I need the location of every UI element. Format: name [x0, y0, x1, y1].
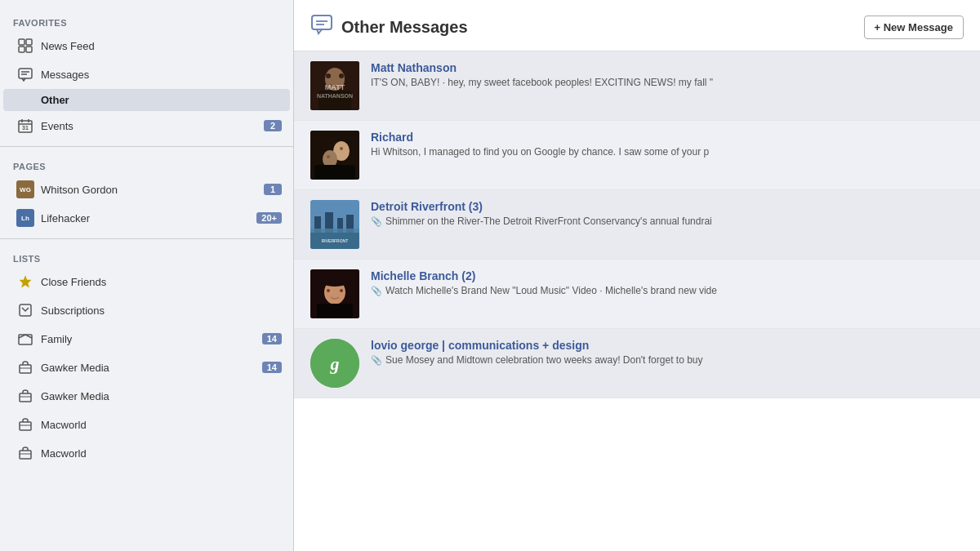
briefcase-icon-4 — [16, 444, 34, 462]
news-feed-label: News Feed — [41, 40, 282, 52]
family-label: Family — [41, 333, 262, 345]
sidebar-item-whitson-gordon[interactable]: WG Whitson Gordon 1 — [3, 176, 290, 203]
svg-text:MATT: MATT — [325, 83, 345, 91]
lifehacker-badge: 20+ — [256, 212, 282, 224]
sidebar-item-messages[interactable]: Messages — [3, 60, 290, 88]
sidebar-item-news-feed[interactable]: News Feed — [3, 32, 290, 60]
sidebar-item-subscriptions[interactable]: Subscriptions — [3, 296, 290, 324]
svg-rect-46 — [310, 229, 359, 233]
svg-rect-4 — [19, 69, 32, 78]
richard-avatar — [310, 131, 359, 180]
briefcase-icon-2 — [16, 387, 34, 405]
other-messages-icon — [310, 13, 333, 41]
svg-rect-14 — [19, 335, 32, 344]
michelle-branch-preview: 📎 Watch Michelle's Brand New "Loud Music… — [371, 285, 964, 296]
svg-rect-23 — [312, 16, 332, 29]
divider-1 — [0, 146, 293, 147]
lifehacker-avatar: Lh — [16, 209, 34, 227]
subscriptions-icon — [16, 301, 34, 319]
matt-nathanson-name: Matt Nathanson — [371, 61, 964, 74]
svg-rect-21 — [20, 451, 31, 459]
events-badge: 2 — [264, 120, 282, 131]
svg-text:g: g — [330, 353, 340, 374]
whitson-gordon-avatar: WG — [16, 180, 34, 198]
events-icon: 31 — [16, 117, 34, 135]
gawker-1-label: Gawker Media — [41, 362, 262, 374]
lovio-george-content: lovio george | communications + design 📎… — [371, 339, 964, 366]
svg-rect-19 — [20, 422, 31, 430]
matt-nathanson-avatar: MATT NATHANSON — [310, 61, 359, 110]
svg-marker-12 — [20, 276, 31, 287]
section-header-pages: PAGES — [0, 153, 293, 175]
michelle-branch-avatar — [310, 269, 359, 318]
sidebar-item-family[interactable]: Family 14 — [3, 325, 290, 353]
richard-name: Richard — [371, 131, 964, 144]
main-content: Other Messages + New Message MATT NATHAN… — [294, 0, 980, 551]
page-title: Other Messages — [341, 18, 468, 37]
matt-nathanson-preview: IT'S ON, BABY! · hey, my sweet facebook … — [371, 77, 964, 88]
subscriptions-label: Subscriptions — [41, 304, 282, 317]
svg-rect-2 — [26, 39, 32, 45]
lovio-george-name: lovio george | communications + design — [371, 339, 964, 352]
svg-rect-15 — [20, 365, 31, 373]
events-label: Events — [41, 120, 264, 132]
message-item-lovio-george[interactable]: g lovio george | communications + design… — [294, 329, 980, 398]
star-icon — [16, 273, 34, 291]
new-message-button[interactable]: + New Message — [864, 16, 964, 39]
detroit-riverfront-name: Detroit Riverfront (3) — [371, 200, 964, 213]
detroit-riverfront-preview: 📎 Shimmer on the River-The Detroit River… — [371, 216, 964, 227]
family-badge: 14 — [262, 333, 282, 344]
message-item-matt-nathanson[interactable]: MATT NATHANSON Matt Nathanson IT'S ON, B… — [294, 51, 980, 121]
svg-rect-1 — [19, 47, 24, 52]
sidebar-item-gawker-1[interactable]: Gawker Media 14 — [3, 353, 290, 381]
title-area: Other Messages — [310, 13, 468, 41]
messages-icon — [16, 65, 34, 83]
michelle-branch-content: Michelle Branch (2) 📎 Watch Michelle's B… — [371, 269, 964, 296]
sidebar-item-macworld-2[interactable]: Macworld — [3, 439, 290, 467]
sidebar: FAVORITES News Feed Messages Other — [0, 0, 294, 551]
macworld-2-label: Macworld — [41, 447, 282, 460]
sidebar-item-other[interactable]: Other — [3, 89, 290, 111]
attachment-icon-2: 📎 — [371, 286, 382, 296]
svg-point-52 — [315, 272, 354, 283]
message-item-richard[interactable]: Richard Hi Whitson, I managed to find yo… — [294, 121, 980, 190]
section-header-favorites: FAVORITES — [0, 10, 293, 31]
sidebar-item-macworld-1[interactable]: Macworld — [3, 411, 290, 438]
divider-2 — [0, 238, 293, 239]
macworld-1-label: Macworld — [41, 419, 282, 431]
whitson-gordon-badge: 1 — [264, 184, 282, 195]
matt-nathanson-content: Matt Nathanson IT'S ON, BABY! · hey, my … — [371, 61, 964, 88]
family-icon — [16, 330, 34, 348]
lifehacker-label: Lifehacker — [41, 212, 256, 224]
whitson-gordon-label: Whitson Gordon — [41, 184, 264, 196]
sidebar-item-close-friends[interactable]: Close Friends — [3, 268, 290, 295]
message-item-michelle-branch[interactable]: Michelle Branch (2) 📎 Watch Michelle's B… — [294, 260, 980, 329]
news-feed-icon — [16, 37, 34, 55]
svg-text:NATHANSON: NATHANSON — [317, 93, 353, 99]
sidebar-item-lifehacker[interactable]: Lh Lifehacker 20+ — [3, 204, 290, 232]
lovio-george-preview: 📎 Sue Mosey and Midtown celebration two … — [371, 354, 964, 366]
svg-text:31: 31 — [22, 125, 29, 131]
close-friends-label: Close Friends — [41, 276, 282, 288]
michelle-branch-name: Michelle Branch (2) — [371, 269, 964, 282]
sidebar-item-gawker-2[interactable]: Gawker Media — [3, 382, 290, 410]
sidebar-item-events[interactable]: 31 Events 2 — [3, 112, 290, 140]
gawker-1-badge: 14 — [262, 362, 282, 373]
lovio-george-avatar: g — [310, 339, 359, 388]
other-label: Other — [16, 94, 282, 106]
briefcase-icon-1 — [16, 358, 34, 376]
attachment-icon-1: 📎 — [371, 216, 382, 227]
main-header: Other Messages + New Message — [294, 0, 980, 51]
svg-point-39 — [340, 147, 343, 150]
gawker-2-label: Gawker Media — [41, 390, 282, 402]
detroit-riverfront-avatar: RIVERFRONT — [310, 200, 359, 249]
svg-rect-17 — [20, 393, 31, 402]
briefcase-icon-3 — [16, 415, 34, 433]
svg-point-54 — [340, 289, 343, 292]
detroit-riverfront-content: Detroit Riverfront (3) 📎 Shimmer on the … — [371, 200, 964, 227]
messages-label: Messages — [41, 69, 282, 81]
message-item-detroit-riverfront[interactable]: RIVERFRONT Detroit Riverfront (3) 📎 Shim… — [294, 190, 980, 260]
svg-rect-51 — [317, 304, 353, 318]
svg-text:RIVERFRONT: RIVERFRONT — [322, 238, 349, 243]
attachment-icon-3: 📎 — [371, 355, 382, 366]
